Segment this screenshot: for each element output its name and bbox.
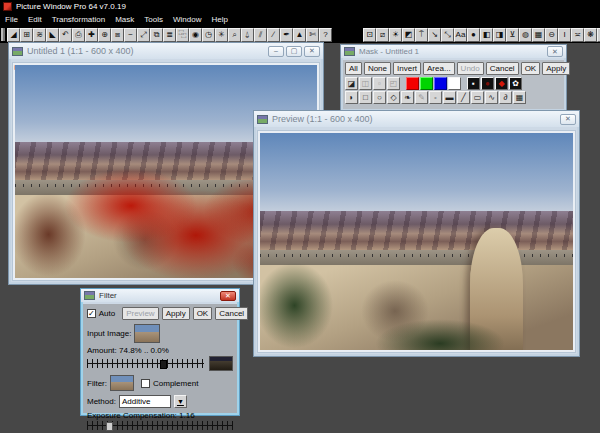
color-wheel-icon[interactable]: ◍ [519,28,532,42]
close-button[interactable]: ✕ [220,291,236,301]
close-button[interactable]: ✕ [560,114,576,125]
curve-check-icon[interactable]: ⊻ [506,28,519,42]
text-cursor-icon[interactable]: I [558,28,571,42]
filter-cancel-button[interactable]: Cancel [215,307,248,320]
levels-curves-icon[interactable]: ◩ [402,28,415,42]
menu-item[interactable]: Mask [115,15,134,24]
blob-tool-icon[interactable]: ❧ [401,91,414,104]
overlay-flower-icon[interactable]: ✿ [509,77,522,90]
mask-none-button[interactable]: None [364,62,391,75]
line-tool-icon[interactable]: ∕ [267,28,280,42]
tile-icon[interactable]: ⊞ [20,28,33,42]
menu-item[interactable]: Tools [144,15,163,24]
clone-icon[interactable]: ⧉ [150,28,163,42]
menu-item[interactable]: Help [211,15,227,24]
dither-tool-icon[interactable]: ▦ [513,91,526,104]
complement-checkbox[interactable] [141,379,150,388]
filter-dialog-titlebar[interactable]: Filter ✕ [81,289,239,302]
oval-select-icon[interactable]: ○ [373,91,386,104]
angle-icon[interactable]: ⤡ [441,28,454,42]
magnifier-icon[interactable]: ⌕ [228,28,241,42]
histogram-icon[interactable]: ⍙ [241,28,254,42]
method-dropdown-arrow-icon[interactable]: ▼ [174,395,187,408]
mask-cancel-button[interactable]: Cancel [486,62,519,75]
filter-thumbnail[interactable] [110,375,134,391]
help-icon[interactable]: ? [319,28,332,42]
readout-icon[interactable]: ≋ [33,28,46,42]
grid-icon[interactable]: ▦ [532,28,545,42]
tint-icon[interactable]: ⍑ [415,28,428,42]
swatch-red[interactable] [406,77,419,90]
auto-checkbox[interactable]: ✓ [87,309,96,318]
menu-item[interactable]: Window [173,15,201,24]
swatch-white[interactable] [448,77,461,90]
overlay-dot-dark-icon[interactable]: ● [481,77,494,90]
maximize-button[interactable]: ▢ [286,46,302,57]
zoom-in-icon[interactable]: ⊕ [98,28,111,42]
mask-ok-button[interactable]: OK [521,62,541,75]
mask-invert-button[interactable]: Invert [393,62,421,75]
print-icon[interactable]: ⎙ [72,28,85,42]
mask-window-titlebar[interactable]: Mask - Untitled 1 ✕ [341,45,566,58]
list-icon[interactable]: ≣ [163,28,176,42]
dot-tool-icon[interactable]: • [429,91,442,104]
history-icon[interactable]: ◷ [202,28,215,42]
zoom-out-icon[interactable]: − [124,28,137,42]
app-titlebar[interactable]: Picture Window Pro 64 v7.0.19 [0,0,600,13]
composite-icon[interactable]: ⿻ [176,28,189,42]
line-icon[interactable]: ↘ [428,28,441,42]
actual-size-icon[interactable]: ⧈ [111,28,124,42]
amount-curve-thumbnail[interactable] [209,356,233,371]
preview-window-titlebar[interactable]: Preview (1:1 - 600 x 400) ✕ [254,111,579,127]
erase-tool-icon[interactable]: ◫ [359,77,372,90]
smudge-tool-icon[interactable]: ∂ [499,91,512,104]
cut-icon[interactable]: ✄ [306,28,319,42]
filter-apply-button[interactable]: Apply [162,307,190,320]
resize-icon[interactable]: ⊡ [363,28,376,42]
split-right-icon[interactable]: ◨ [493,28,506,42]
brightness-icon[interactable]: ☀ [389,28,402,42]
swatch-blue[interactable] [434,77,447,90]
text-icon[interactable]: Aa [454,28,467,42]
dot-icon[interactable]: ● [467,28,480,42]
overlay-square-icon[interactable]: ▪ [467,77,480,90]
amount-slider-thumb[interactable] [160,360,167,369]
mask-apply-button[interactable]: Apply [542,62,570,75]
filter-preview-button[interactable]: Preview [122,307,158,320]
freehand-tool-icon[interactable]: ◗ [345,91,358,104]
close-button[interactable]: ✕ [547,46,563,57]
levels-icon[interactable]: ▲ [293,28,306,42]
close-button[interactable]: ✕ [304,46,320,57]
curve-tool-icon[interactable]: ∿ [485,91,498,104]
rect-select-icon[interactable]: □ [359,91,372,104]
mask-undo-button[interactable]: Undo [457,62,484,75]
record-icon[interactable]: ◉ [189,28,202,42]
crop-alt-icon[interactable]: ◣ [46,28,59,42]
fit-window-icon[interactable]: ⤢ [137,28,150,42]
filter-ok-button[interactable]: OK [193,307,213,320]
star-icon[interactable]: ❋ [584,28,597,42]
mask-all-button[interactable]: All [345,62,362,75]
split-left-icon[interactable]: ◧ [480,28,493,42]
toolbar-handle[interactable] [1,28,5,41]
pen-icon[interactable]: ✒ [280,28,293,42]
menu-item[interactable]: Transformation [52,15,106,24]
minimize-button[interactable]: – [268,46,284,57]
pencil-tool-icon[interactable]: ✎ [415,91,428,104]
line-tool-icon[interactable]: ╱ [457,91,470,104]
menu-item[interactable]: Edit [28,15,42,24]
region-tool-icon[interactable]: ◰ [387,77,400,90]
swatch-green[interactable] [420,77,433,90]
sharpen-icon[interactable]: ⫽ [254,28,267,42]
input-image-thumbnail[interactable] [134,324,160,343]
exposure-slider-thumb[interactable] [106,422,113,431]
method-select[interactable]: Additive [119,395,171,408]
mask-area-button[interactable]: Area... [423,62,455,75]
amount-slider[interactable] [87,359,204,368]
ellipse-icon[interactable]: ⊖ [545,28,558,42]
menu-item[interactable]: File [5,15,18,24]
untitled-window-titlebar[interactable]: Untitled 1 (1:1 - 600 x 400) – ▢ ✕ [9,43,323,59]
undo-icon[interactable]: ↶ [59,28,72,42]
rotate-crop-icon[interactable]: ⧄ [376,28,389,42]
gradient-tool-icon[interactable]: ▬ [443,91,456,104]
